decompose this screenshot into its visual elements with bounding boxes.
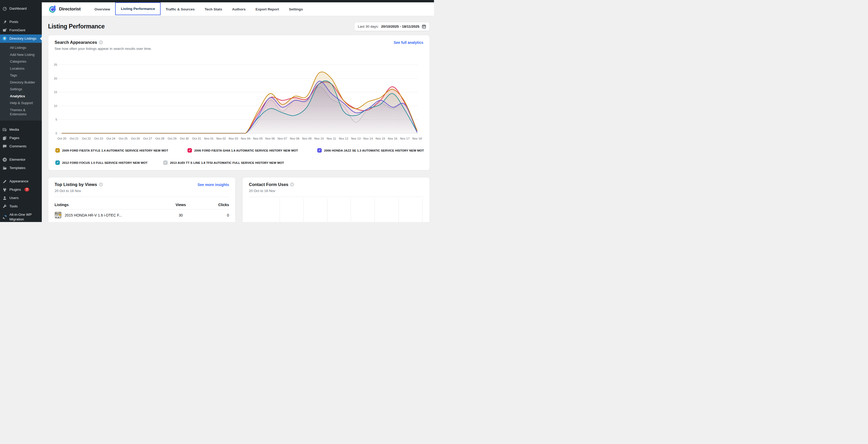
tab-listing-performance[interactable]: Listing Performance [115, 2, 161, 15]
svg-text:Nov 10: Nov 10 [314, 137, 324, 140]
sidebar-item-formgent[interactable]: FormGent [0, 26, 42, 34]
sidebar-item-media[interactable]: Media [0, 126, 42, 134]
svg-text:Oct 24: Oct 24 [106, 137, 116, 140]
directory-icon [2, 36, 7, 41]
media-icon [2, 127, 7, 132]
legend-label-2: 2006 HONDA JAZZ SE 1.3 AUTOMATIC SERVICE… [324, 149, 424, 152]
sidebar-item-dashboard[interactable]: Dashboard [0, 4, 42, 13]
svg-text:5: 5 [56, 118, 57, 121]
wp-admin-bar [0, 0, 434, 2]
chart-gridline [327, 199, 328, 222]
svg-text:Nov 06: Nov 06 [265, 137, 275, 140]
sidebar-item-label: Elementor [9, 157, 26, 162]
appearance-icon [2, 179, 7, 184]
sidebar-subitem-analytics[interactable]: Analytics [0, 93, 42, 100]
sidebar-subitem-themes-extensions[interactable]: Themes & Extensions [0, 107, 42, 118]
migration-icon [2, 215, 7, 219]
sidebar-subitem-tags[interactable]: Tags [0, 72, 42, 79]
legend-checkbox-0[interactable]: ✓ [55, 148, 60, 152]
search-appearances-subtitle: See how often your listings appear in se… [55, 47, 423, 50]
sidebar-item-templates[interactable]: Templates [0, 164, 42, 172]
sidebar-item-appearance[interactable]: Appearance [0, 177, 42, 185]
tab-export-report[interactable]: Export Report [250, 2, 284, 16]
sidebar-item-comments[interactable]: Comments [0, 142, 42, 150]
svg-text:Nov 18: Nov 18 [412, 137, 422, 140]
date-range-picker[interactable]: Last 30 days: 20/10/2025 - 18/11/2025 [354, 22, 430, 31]
sidebar-subitem-locations[interactable]: Locations [0, 65, 42, 72]
posts-icon [2, 20, 7, 24]
svg-text:Nov 07: Nov 07 [278, 137, 287, 140]
svg-text:Nov 15: Nov 15 [375, 137, 385, 140]
top-listing-title: Top Listing by Views [55, 182, 97, 187]
listing-clicks: 0 [203, 213, 229, 217]
sidebar-item-pages[interactable]: Pages [0, 134, 42, 142]
sidebar-subitem-help-support[interactable]: Help & Support [0, 100, 42, 107]
page-title: Listing Performance [48, 23, 105, 30]
tab-authors[interactable]: Authors [227, 2, 251, 16]
sidebar-item-label: Users [9, 196, 19, 200]
svg-text:Nov 12: Nov 12 [339, 137, 348, 140]
divider [249, 197, 423, 197]
sidebar-item-tools[interactable]: Tools [0, 202, 42, 210]
see-full-analytics-link[interactable]: See full analytics [394, 40, 423, 45]
svg-text:Nov 11: Nov 11 [327, 137, 336, 140]
tab-traffic-sources[interactable]: Traffic & Sources [161, 2, 199, 16]
sidebar-item-plugins[interactable]: Plugins7 [0, 185, 42, 194]
sidebar-subitem-settings[interactable]: Settings [0, 86, 42, 93]
listing-row-0[interactable]: 2015 HONDA HR-V 1.6 i-DTEC F...300 [55, 209, 229, 221]
sidebar-item-label: Directory Listings [9, 36, 36, 41]
svg-text:Nov 01: Nov 01 [204, 137, 214, 140]
sidebar-item-aio-migration[interactable]: All-in-One WP Migration [0, 210, 42, 222]
tab-tech-stats[interactable]: Tech Stats [199, 2, 227, 16]
date-range-label: Last 30 days: [358, 25, 379, 28]
tab-settings[interactable]: Settings [284, 2, 308, 16]
comments-icon [2, 144, 7, 149]
svg-text:Nov 04: Nov 04 [241, 137, 250, 140]
templates-icon [2, 166, 7, 170]
sidebar-item-posts[interactable]: Posts [0, 18, 42, 26]
legend-item-4: ✓2013 AUDI TT S LINE 1.8 TFSI AUTOMATIC … [163, 161, 284, 165]
insight-cards: Top Listing by Views See more insights 2… [48, 177, 430, 222]
listing-views: 30 [158, 213, 203, 217]
sidebar-subitem-all-listings[interactable]: All Listings [0, 44, 42, 52]
legend-label-4: 2013 AUDI TT S LINE 1.8 TFSI AUTOMATIC F… [170, 161, 284, 164]
info-icon[interactable] [290, 182, 294, 186]
svg-text:Oct 25: Oct 25 [119, 137, 128, 140]
sidebar-subitem-directory-builder[interactable]: Directory Builder [0, 79, 42, 86]
legend-label-3: 2012 FORD FOCUS 1.0 FULL SERVICE HISTORY… [62, 161, 148, 164]
tab-overview[interactable]: Overview [90, 2, 115, 16]
sidebar-item-users[interactable]: Users [0, 194, 42, 202]
legend-checkbox-2[interactable]: ✓ [317, 148, 322, 152]
plugins-count-badge: 7 [25, 187, 29, 192]
svg-text:Oct 27: Oct 27 [143, 137, 152, 140]
formgent-icon [2, 28, 7, 33]
info-icon[interactable] [99, 182, 103, 186]
sidebar-subitem-add-new-listing[interactable]: Add New Listing [0, 52, 42, 59]
listing-thumbnail [55, 212, 62, 218]
contact-form-chart [243, 199, 430, 222]
info-icon[interactable] [99, 40, 103, 44]
sidebar-item-elementor[interactable]: Elementor [0, 156, 42, 164]
contact-form-title: Contact Form Uses [249, 182, 288, 187]
svg-text:Nov 13: Nov 13 [351, 137, 360, 140]
legend-item-2: ✓2006 HONDA JAZZ SE 1.3 AUTOMATIC SERVIC… [317, 148, 424, 152]
sidebar-item-label: FormGent [9, 28, 25, 33]
svg-text:Oct 20: Oct 20 [57, 137, 66, 140]
svg-text:Oct 28: Oct 28 [155, 137, 164, 140]
legend-checkbox-4[interactable]: ✓ [163, 161, 168, 165]
legend-checkbox-3[interactable]: ✓ [55, 161, 60, 165]
sidebar-subitem-categories[interactable]: Categories [0, 58, 42, 65]
plugins-icon [2, 187, 7, 192]
divider [55, 197, 229, 197]
svg-text:Nov 02: Nov 02 [216, 137, 226, 140]
admin-sidebar: DashboardPostsFormGentDirectory Listings… [0, 0, 42, 222]
header-tabs: OverviewListing PerformanceTraffic & Sou… [90, 2, 308, 16]
sidebar-item-directory-listings[interactable]: Directory Listings [0, 34, 42, 43]
see-more-insights-link[interactable]: See more insights [197, 182, 229, 187]
svg-text:Oct 23: Oct 23 [94, 137, 103, 140]
sidebar-item-label: Dashboard [9, 6, 27, 11]
directorist-brand[interactable]: Directorist [42, 2, 90, 16]
legend-checkbox-1[interactable]: ✓ [187, 148, 192, 152]
top-listing-subtitle: 20 Oct to 18 Nov [55, 189, 229, 193]
svg-text:Oct 30: Oct 30 [180, 137, 189, 140]
